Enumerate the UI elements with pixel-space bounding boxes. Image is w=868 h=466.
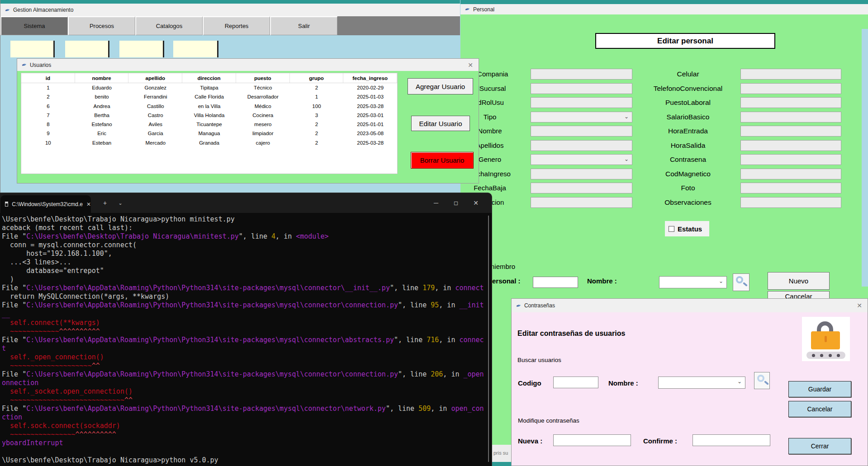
column-header-grupo[interactable]: grupo [290,73,344,83]
nueva-input[interactable] [553,434,631,446]
cerrar-button[interactable]: Cerrar [788,438,851,454]
toolbar-button-2[interactable] [65,41,109,57]
column-header-id[interactable]: id [21,73,75,83]
gestion-titlebar[interactable]: ✒ Gestion Almacenamiento [0,4,460,16]
toolbar-button-1[interactable] [10,41,55,57]
table-cell: Médico [236,102,290,111]
codigo-input[interactable] [553,377,598,388]
terminal-tab[interactable]: C:\Windows\System32\cmd.e ✕ [0,195,91,213]
terminal-line: self._open_connection() [2,353,486,362]
close-icon[interactable]: ✕ [857,302,868,309]
table-row[interactable]: 6AndreaCastilloen la VillaMédico1002025-… [21,102,397,111]
entry-foto[interactable] [740,183,841,193]
entry-idrolusu[interactable] [531,97,632,108]
entry-nombre[interactable] [531,126,632,137]
entry-idsucursal[interactable] [531,83,632,94]
table-cell: 2 [290,83,344,92]
entry-codmagnetico[interactable] [740,169,841,179]
codigo-label: Codigo [518,379,541,387]
column-header-direccion[interactable]: direccion [182,73,236,83]
table-row[interactable]: 1EduardoGonzalezTipitapaTécnico22020-02-… [21,83,397,92]
tab-dropdown-icon[interactable]: ⌄ [113,193,128,213]
contrasenas-titlebar[interactable]: ✒ Contraseñas ✕ [512,299,868,312]
entry-idcompania[interactable] [531,69,632,80]
table-row[interactable]: 8EstefanoAvilesTicuantepemesero22025-01-… [21,120,397,129]
menu-item-procesos[interactable]: Procesos [68,16,135,35]
table-cell: Desarrollador [236,92,290,101]
entry-celular[interactable] [740,69,841,80]
borrar-usuario-button[interactable]: Borrar Usuario [411,152,474,169]
search-button[interactable] [754,372,770,389]
agregar-usuario-button[interactable]: Agregar Usuario [408,78,473,94]
guardar-button[interactable]: Guardar [788,381,851,397]
entry-contrasena[interactable] [740,154,841,165]
close-icon[interactable]: ✕ [468,61,479,69]
table-cell: Castillo [128,102,182,111]
minimize-icon[interactable]: ─ [428,193,444,213]
column-header-fecha_ingreso[interactable]: fecha_ingreso [343,73,397,83]
nombre-combobox[interactable]: ⌄ [659,276,727,288]
table-row[interactable]: 2benitoFerrandiniCalle FloridaDesarrolla… [21,92,397,101]
terminal-scrollbar[interactable] [488,216,489,462]
search-button[interactable] [733,273,749,291]
entry-fechaingreso[interactable] [531,169,632,179]
toolbar-button-4[interactable] [173,41,218,57]
table-row[interactable]: 7BerthaCastroVilla HolandaCocinera32025-… [21,111,397,120]
entry-apellidos[interactable] [531,140,632,151]
entry-telefonoconvencional[interactable] [740,83,841,94]
table-cell: cajero [236,138,290,147]
estatus-checkbox[interactable] [669,226,674,232]
entry-observaciones[interactable] [740,197,841,208]
contrasenas-window-title: Contraseñas [524,302,555,309]
nuevo-button[interactable]: Nuevo [768,272,830,290]
confirme-input[interactable] [693,434,770,446]
combobox-tipo[interactable]: ⌄ [531,112,632,122]
column-header-puesto[interactable]: puesto [236,73,290,83]
close-icon[interactable]: ✕ [86,201,91,207]
terminal-line: yboardInterrupt [2,439,486,447]
table-row[interactable]: 9EricGarciaManagualimpiador22023-05-08 [21,129,397,138]
close-icon[interactable]: ✕ [468,193,484,213]
personal-titlebar[interactable]: ✒ Personal [460,4,868,14]
cancelar-button[interactable]: Cancelar [788,401,851,417]
column-header-nombre[interactable]: nombre [75,73,129,83]
toolbar-button-3[interactable] [119,41,164,57]
table-cell: 2025-03-01 [343,111,397,120]
terminal-line: t [2,344,486,353]
entry-horasalida[interactable] [740,140,841,151]
terminal-line: File "C:\Users\benfe\AppData\Roaming\Pyt… [2,301,486,310]
field-label-observaciones: Observaciones [634,197,742,208]
menu-item-catalogos[interactable]: Catalogos [135,16,203,35]
table-cell: 2 [290,129,344,138]
entry-puestolaboral[interactable] [740,97,841,108]
table-cell: mesero [236,120,290,129]
personal-code-input[interactable] [533,277,578,288]
editar-usuario-button[interactable]: Editar Usuario [411,116,470,131]
table-cell: Técnico [236,83,290,92]
entry-salariobasico[interactable] [740,112,841,122]
table-cell: 10 [21,138,75,147]
chevron-down-icon: ⌄ [623,156,630,164]
nombre-combobox[interactable]: ⌄ [658,377,745,389]
personal-heading: Editar personal [595,33,775,49]
entry-direccion[interactable] [531,197,632,208]
usuarios-titlebar[interactable]: ✒ Usuarios ✕ [17,59,479,71]
entry-fechabaja[interactable] [531,183,632,193]
entry-horaentrada[interactable] [740,126,841,137]
maximize-icon[interactable]: ◻ [448,193,464,213]
field-label-celular: Celular [634,69,742,80]
menu-item-salir[interactable]: Salir [270,16,337,35]
confirme-label: Confirme : [643,437,677,445]
table-cell: Ferrandini [128,92,182,101]
menu-item-sistema[interactable]: Sistema [0,16,68,35]
terminal-line: File "C:\Users\benfe\Desktop\Trabajo Nic… [2,232,486,241]
combobox-genero[interactable]: ⌄ [531,154,632,165]
new-tab-button[interactable]: + [97,193,113,213]
terminal-line: aceback (most recent call last): [2,224,486,232]
table-cell: Castro [128,111,182,120]
feather-icon: ✒ [515,301,522,309]
column-header-apellido[interactable]: apellido [128,73,182,83]
usuarios-table[interactable]: idnombreapellidodireccionpuestogrupofech… [21,73,398,174]
menu-item-reportes[interactable]: Reportes [203,16,270,35]
table-row[interactable]: 10EstebanMercadoGranadacajero22025-03-28 [21,138,397,147]
